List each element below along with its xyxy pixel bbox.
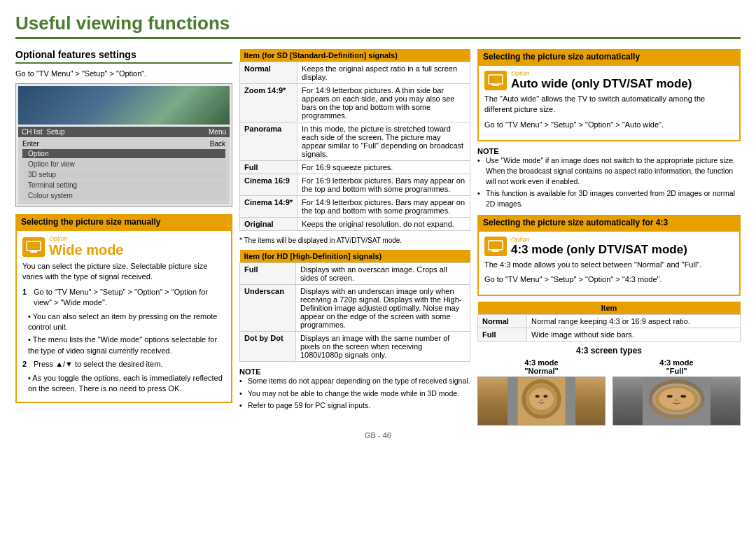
selecting-auto-header: Selecting the picture size automatically [477,49,741,64]
step-1-bullets: You can also select an item by pressing … [22,311,225,357]
table-row: Cinema 14:9* For 14:9 letterbox pictures… [240,196,470,218]
step-2: 2 Press ▲/▼ to select the desired item. [22,359,225,370]
step-1-text: Go to "TV Menu" > "Setup" > "Option" > "… [34,287,225,309]
table-row: Full For 16:9 squeeze pictures. [240,161,470,174]
hd-dotbydot-desc: Displays an image with the same number o… [296,332,470,362]
screen-type-normal: 4:3 mode "Normal" [477,358,606,426]
svg-point-24 [675,400,679,402]
svg-point-22 [667,395,673,398]
mid-column: Item (for SD [Standard-Definition] signa… [239,49,470,413]
note-list: Some items do not appear depending on th… [239,376,470,411]
sd-cinema169-name: Cinema 16:9 [240,174,298,196]
note-item-3: Refer to page 59 for PC signal inputs. [239,400,470,411]
sd-zoom-name: Zoom 14:9* [240,84,298,122]
svg-rect-3 [489,75,503,84]
lion-full-svg [613,377,740,425]
step-2-text: Press ▲/▼ to select the desired item. [34,359,162,370]
table-row: Full Wide image without side bars. [478,328,741,342]
sd-cinema149-name: Cinema 14:9* [240,196,298,218]
table-row: Normal Keeps the original aspect ratio i… [240,62,470,84]
auto-wide-option-badge: Option [511,70,692,77]
sd-cinema169-desc: For 16:9 letterbox pictures. Bars may ap… [298,174,470,196]
sd-cinema149-desc: For 14:9 letterbox pictures. Bars may ap… [298,196,470,218]
menu-item-3: Terminal setting [22,181,225,190]
auto-wide-note-2: This function is available for 3D images… [477,188,741,209]
step-1-num: 1 [22,287,31,309]
four-three-body1: The 4:3 mode allows you to select betwee… [484,260,734,270]
hd-full-name: Full [240,263,296,285]
auto-wide-note: NOTE Use "Wide mode" if an image does no… [477,147,741,209]
sd-normal-desc: Keeps the original aspect ratio in a ful… [298,62,470,84]
tv-icon-3 [488,240,503,253]
sd-full-name: Full [240,161,298,174]
four-three-table-header: Item [478,302,741,315]
hd-table: Item (for HD [High-Definition] signals) … [239,250,470,362]
wide-mode-icon [22,237,45,257]
svg-rect-4 [492,85,499,86]
auto-wide-section: Selecting the picture size automatically… [477,49,741,209]
svg-point-20 [659,388,694,410]
svg-point-16 [540,400,543,402]
sd-table-header: Item (for SD [Standard-Definition] signa… [240,49,470,62]
hd-full-desc: Displays with an overscan image. Crops a… [296,263,470,285]
svg-rect-7 [492,251,499,252]
note-item-2: You may not be able to change the wide m… [239,388,470,399]
wide-mode-inner: Option Wide mode [22,235,225,258]
hd-table-header: Item (for HD [High-Definition] signals) [240,250,470,263]
menu-item-1: Option for view [22,160,225,169]
note-title: NOTE [239,367,470,376]
menu-item-4: Colour system [22,191,225,200]
tv-icon [26,241,41,253]
mode-normal-label2: "Normal" [477,367,606,375]
mode-full-label1: 4:3 mode [612,358,741,367]
enter-label: Enter [22,140,39,148]
full-screen-image [612,377,741,426]
svg-point-14 [536,395,540,398]
selecting-auto-43-header: Selecting the picture size automatically… [477,215,741,230]
optional-features-title: Optional features settings [15,49,232,64]
option-label: Option [22,149,225,158]
tv-menu-top-bar: CH list Setup Menu [18,127,230,137]
mode-full-label2: "Full" [612,367,741,375]
select-manual-header: Selecting the picture size manually [15,214,232,230]
table-row: Original Keeps the original resolution, … [240,218,470,231]
table-row: Normal Normal range keeping 4:3 or 16:9 … [478,315,741,328]
table-row: Full Displays with an overscan image. Cr… [240,263,470,285]
setup-label: Setup [46,128,64,136]
four-three-icon [484,237,507,256]
auto-wide-body1: The "Auto wide" allows the TV to switch … [484,94,734,115]
four-three-table: Item Normal Normal range keeping 4:3 or … [477,302,741,342]
sd-full-desc: For 16:9 squeeze pictures. [298,161,470,174]
tv-enter-back-row: Enter Back [22,140,225,148]
mode-normal-label1: 4:3 mode [477,358,606,367]
four-three-label-group: Option 4:3 mode (only DTV/SAT mode) [511,236,687,257]
auto-wide-label-group: Option Auto wide (only DTV/SAT mode) [511,70,692,91]
auto-wide-note-title: NOTE [477,147,741,155]
hd-dotbydot-name: Dot by Dot [240,332,296,362]
sd-normal-name: Normal [240,62,298,84]
screen-types-title: 4:3 screen types [477,346,741,356]
four-three-section: Selecting the picture size automatically… [477,215,741,426]
option-badge: Option [49,235,124,242]
tv-menu-icons: CH list Setup [22,128,65,136]
page-number: GB - 46 [15,431,741,440]
auto-wide-note-list: Use "Wide mode" if an image does not swi… [477,155,741,209]
svg-point-15 [543,395,547,398]
numbered-list: 1 Go to "TV Menu" > "Setup" > "Option" >… [22,287,225,395]
normal-desc: Normal range keeping 4:3 or 16:9 aspect … [527,315,741,328]
auto-wide-title: Auto wide (only DTV/SAT mode) [511,77,692,91]
menu-label: Menu [209,128,226,136]
bullet-2: The menu lists the "Wide mode" options s… [28,335,225,356]
right-column: Selecting the picture size automatically… [477,49,741,426]
wide-mode-label-group: Option Wide mode [49,235,124,258]
wide-mode-box: Option Wide mode You can select the pict… [15,230,232,403]
step-1: 1 Go to "TV Menu" > "Setup" > "Option" >… [22,287,225,309]
svg-rect-6 [489,241,503,250]
auto-wide-icon [484,71,507,90]
auto-wide-box: Option Auto wide (only DTV/SAT mode) The… [477,64,741,141]
page-title: Useful viewing functions [15,13,741,39]
ch-list-label: CH list [22,128,42,136]
tv-menu-body: Enter Back Option Option for view 3D set… [18,137,230,204]
table-row: Cinema 16:9 For 16:9 letterbox pictures.… [240,174,470,196]
sd-table: Item (for SD [Standard-Definition] signa… [239,49,470,231]
